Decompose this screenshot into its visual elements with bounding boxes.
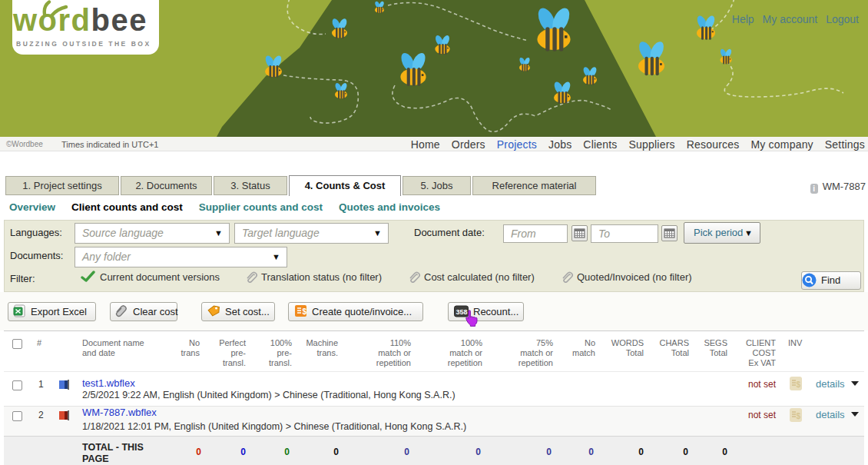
svg-text:$: $ [797,412,801,420]
svg-text:$: $ [303,307,307,316]
svg-text:$: $ [797,380,801,389]
